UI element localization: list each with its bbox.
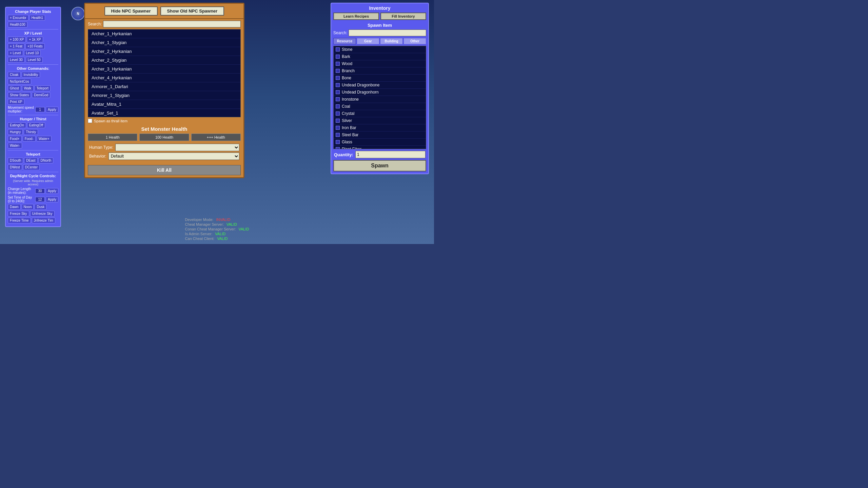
change-length-apply[interactable]: Apply [46,188,58,194]
item-list-item[interactable]: Stone [334,46,426,53]
item-list-item[interactable]: Iron Bar [334,124,426,131]
status-value: VALID [238,227,249,231]
item-list-item[interactable]: Undead Dragonbone [334,82,426,89]
kill-all-button[interactable]: Kill All [88,165,241,175]
noon-button[interactable]: Noon [22,204,34,210]
foodminus-button[interactable]: Food- [23,136,36,142]
item-list-item[interactable]: Glass [334,139,426,146]
npc-list-item[interactable]: Archer_2_Stygian [88,56,240,65]
item-list-item[interactable]: Coal [334,103,426,110]
waterplus-button[interactable]: Water+ [37,136,52,142]
show-old-npc-spawner-button[interactable]: Show Old NPC Spawner [160,6,224,16]
item-list-item[interactable]: Undead Dragonhorn [334,89,426,96]
jnfreeze-time-button[interactable]: Jnfreeze Tim [32,218,55,223]
npc-list-item[interactable]: Archer_1_Stygian [88,38,240,47]
level10-button[interactable]: Level 10 [24,50,41,56]
ppphealth-button[interactable]: +++ Health [191,134,241,141]
plus10feats-button[interactable]: +10 Feats [25,43,45,49]
deast-button[interactable]: DEast [24,158,37,163]
ghost-button[interactable]: Ghost [8,85,21,91]
quantity-input[interactable] [355,151,426,158]
thirsty-button[interactable]: Thirsty [24,129,38,135]
tab-other[interactable]: Other [403,38,426,44]
waterminus-button[interactable]: Water- [8,143,22,148]
npc-list-item[interactable]: Archer_3_Hyrkanian [88,65,240,74]
unfreeze-sky-button[interactable]: Unfreeze Sky [30,211,55,217]
hide-npc-spawner-button[interactable]: Hide NPC Spawner [104,6,158,16]
set-time-apply[interactable]: Apply [46,197,58,202]
tab-gear[interactable]: Gear [357,38,379,44]
human-type-select[interactable] [115,144,239,151]
item-list-item[interactable]: Steel Bar [334,131,426,139]
foodplus-button[interactable]: Food+ [8,136,22,142]
spawn-button[interactable]: Spawn [333,160,426,171]
invisibility-button[interactable]: Invisibility [22,72,40,78]
status-row: Cheat Manager Server:VALID [185,222,237,226]
item-list-item[interactable]: Ironstone [334,96,426,103]
eatingoff-button[interactable]: EatingOff [27,122,45,128]
level50-button[interactable]: Level 50 [26,57,43,63]
npc-list-item[interactable]: Armorer_1_Stygian [88,91,240,100]
tab-resource[interactable]: Resource [333,38,356,44]
behavior-select[interactable]: Default [108,152,239,160]
npc-list-item[interactable]: Avatar_Set_1 [88,109,240,117]
dawn-button[interactable]: Dawn [8,204,21,210]
item-checkbox [336,47,340,52]
100health-button[interactable]: 100 Health [139,134,189,141]
npc-list-item[interactable]: Avatar_Mitra_1 [88,100,240,109]
1health-button[interactable]: 1 Health [88,134,137,141]
level-buttons-row: + Level Level 10 Level 30 Level 50 [8,50,58,63]
item-label: Crystal [342,111,354,116]
tab-building[interactable]: Building [380,38,403,44]
npc-list-item[interactable]: Armorer_1_Darfari [88,82,240,91]
item-list-item[interactable]: Plant Fiber [334,146,426,149]
dusk-button[interactable]: Dusk [35,204,46,210]
dsouth-button[interactable]: DSouth [8,158,23,163]
item-list[interactable]: StoneBarkWoodBranchBoneUndead Dragonbone… [333,46,426,149]
item-label: Stone [342,47,352,52]
npc-list-item[interactable]: Archer_1_Hyrkanian [88,29,240,38]
health1-button[interactable]: Health1 [29,15,45,21]
movement-speed-input[interactable] [35,107,45,112]
item-list-item[interactable]: Bone [334,75,426,82]
dwest-button[interactable]: DWest [8,164,22,170]
fill-inventory-button[interactable]: Fill Inventory [380,13,426,20]
item-list-item[interactable]: Crystal [334,110,426,117]
freeze-sky-button[interactable]: Freeze Sky [8,211,29,217]
npc-list-item[interactable]: Archer_2_Hyrkanian [88,47,240,56]
learn-recipes-button[interactable]: Learn Recipes [333,13,379,20]
item-list-item[interactable]: Silver [334,117,426,124]
dnorth-button[interactable]: DNorth [39,158,54,163]
change-length-input[interactable] [35,188,45,194]
plus-level-button[interactable]: + Level [8,50,23,56]
movement-apply-button[interactable]: Apply [46,107,58,113]
cloak-button[interactable]: Cloak [8,72,21,78]
freeze-time-button[interactable]: Freeze Time [8,218,31,223]
hungry-button[interactable]: Hungry [8,129,23,135]
item-list-item[interactable]: Bark [334,53,426,60]
plus1kxp-button[interactable]: + 1k XP [27,37,43,42]
level30-button[interactable]: Level 30 [8,57,25,63]
item-list-item[interactable]: Wood [334,60,426,67]
nosprintcos-button[interactable]: NoSprintCos [8,79,31,84]
show-states-button[interactable]: Show States [8,92,31,98]
item-list-item[interactable]: Branch [334,67,426,75]
spawn-thrall-checkbox[interactable] [88,119,92,123]
plus100xp-button[interactable]: + 100 XP [8,37,26,42]
inventory-panel: Inventory Learn Recipes Fill Inventory S… [331,3,429,174]
teleport-button[interactable]: Teleport [35,85,51,91]
demigod-button[interactable]: DemiGod [32,92,50,98]
encumbr-button[interactable]: + Encumbr [8,15,28,21]
set-time-input[interactable] [35,197,45,202]
npc-list-item[interactable]: Archer_4_Hyrkanian [88,74,240,82]
health100-button[interactable]: Health100 [8,22,27,27]
inv-search-input[interactable] [349,29,426,36]
npc-list[interactable]: Archer_1_HyrkanianArcher_1_StygianArcher… [88,29,241,117]
item-checkbox [336,97,340,101]
print-xp-button[interactable]: Print XP [8,99,24,105]
npc-search-input[interactable] [103,21,241,27]
plus1feat-button[interactable]: + 1 Feat [8,43,24,49]
eatingon-button[interactable]: EatingOn [8,122,26,128]
walk-button[interactable]: Walk [22,85,34,91]
dcenter-button[interactable]: DCenter [23,164,40,170]
